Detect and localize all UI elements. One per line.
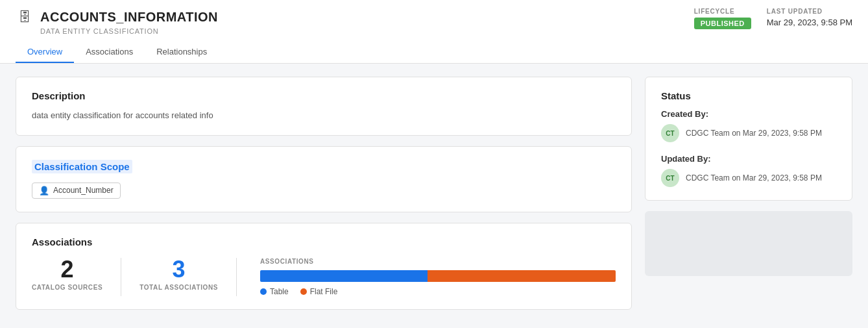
created-by-text: CDGC Team on Mar 29, 2023, 9:58 PM (686, 129, 822, 138)
tab-bar: Overview Associations Relationships (16, 42, 219, 63)
total-associations-label: TOTAL ASSOCIATIONS (139, 284, 218, 291)
tab-associations[interactable]: Associations (74, 42, 145, 63)
description-title: Description (32, 90, 616, 101)
total-associations-count: 3 (173, 258, 186, 281)
side-column: Status Created By: CT CDGC Team on Mar 2… (645, 77, 852, 310)
stat-divider (121, 258, 121, 296)
updated-by-label: Updated By: (661, 154, 836, 164)
last-updated-value: Mar 29, 2023, 9:58 PM (767, 18, 852, 27)
bar-segment-table (260, 270, 428, 282)
total-associations-stat: 3 TOTAL ASSOCIATIONS (139, 258, 236, 296)
legend-dot-flat-file (300, 288, 307, 295)
tab-relationships[interactable]: Relationships (145, 42, 219, 63)
legend-table-label: Table (270, 287, 289, 296)
status-card: Status Created By: CT CDGC Team on Mar 2… (645, 77, 852, 201)
created-by-section: Created By: CT CDGC Team on Mar 29, 2023… (661, 109, 836, 142)
bar-section: ASSOCIATIONS Table Flat File (255, 258, 616, 296)
entity-icon: 🗄 (16, 8, 34, 26)
scope-tag-label: Account_Number (53, 186, 114, 195)
stat-divider-2 (236, 258, 237, 296)
entity-title: ACCOUNTS_INFORMATION (40, 10, 218, 25)
last-updated-block: LAST UPDATED Mar 29, 2023, 9:58 PM (767, 8, 852, 27)
created-by-avatar: CT (661, 124, 679, 142)
catalog-sources-label: CATALOG SOURCES (32, 284, 102, 291)
updated-by-text: CDGC Team on Mar 29, 2023, 9:58 PM (686, 173, 822, 183)
header: 🗄 ACCOUNTS_INFORMATION DATA ENTITY CLASS… (0, 0, 868, 64)
header-left: 🗄 ACCOUNTS_INFORMATION DATA ENTITY CLASS… (16, 8, 219, 63)
legend-flat-file: Flat File (300, 287, 338, 296)
legend-flat-file-label: Flat File (310, 287, 338, 296)
lifecycle-label: LIFECYCLE (694, 8, 751, 15)
updated-by-user: CT CDGC Team on Mar 29, 2023, 9:58 PM (661, 169, 836, 187)
classification-scope-card: Classification Scope 👤 Account_Number (16, 146, 632, 212)
bar-legend: Table Flat File (260, 287, 616, 296)
status-title: Status (661, 90, 836, 101)
bar-label: ASSOCIATIONS (260, 258, 616, 265)
entity-subtitle: DATA ENTITY CLASSIFICATION (40, 27, 219, 35)
main-column: Description data entity classification f… (16, 77, 632, 310)
associations-bar (260, 270, 616, 282)
last-updated-label: LAST UPDATED (767, 8, 852, 15)
published-badge: PUBLISHED (694, 18, 751, 29)
tab-overview[interactable]: Overview (16, 42, 74, 63)
associations-card: Associations 2 CATALOG SOURCES 3 TOTAL A… (16, 223, 632, 310)
user-icon: 👤 (39, 186, 49, 196)
content-area: Description data entity classification f… (0, 64, 868, 323)
scope-title: Classification Scope (32, 160, 132, 173)
bar-segment-flat-file (428, 270, 616, 282)
header-right: LIFECYCLE PUBLISHED LAST UPDATED Mar 29,… (694, 8, 852, 37)
created-by-label: Created By: (661, 109, 836, 119)
legend-table: Table (260, 287, 289, 296)
associations-title: Associations (32, 236, 616, 247)
associations-stats: 2 CATALOG SOURCES 3 TOTAL ASSOCIATIONS A… (32, 258, 616, 296)
side-bottom-panel (645, 211, 852, 276)
catalog-sources-count: 2 (61, 258, 74, 281)
description-text: data entity classification for accounts … (32, 109, 616, 122)
description-card: Description data entity classification f… (16, 77, 632, 136)
scope-tag: 👤 Account_Number (32, 183, 121, 199)
catalog-sources-stat: 2 CATALOG SOURCES (32, 258, 121, 296)
entity-header-title: 🗄 ACCOUNTS_INFORMATION (16, 8, 219, 26)
lifecycle-block: LIFECYCLE PUBLISHED (694, 8, 751, 29)
created-by-user: CT CDGC Team on Mar 29, 2023, 9:58 PM (661, 124, 836, 142)
legend-dot-table (260, 288, 267, 295)
updated-by-section: Updated By: CT CDGC Team on Mar 29, 2023… (661, 154, 836, 187)
updated-by-avatar: CT (661, 169, 679, 187)
